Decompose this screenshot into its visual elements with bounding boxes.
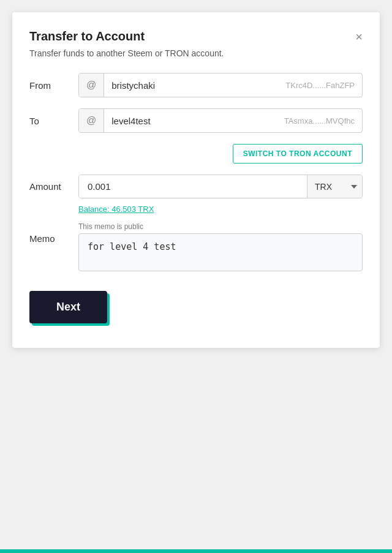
from-address-hint: TKrc4D......FahZFP [278,75,362,96]
to-at-symbol: @ [79,109,104,132]
to-input-group: @ TAsmxa......MVQfhc [78,108,363,133]
bottom-bar-decoration [0,549,392,553]
amount-label: Amount [29,181,78,192]
next-button-container: Next [29,291,107,323]
from-row: From @ TKrc4D......FahZFP [29,73,363,97]
amount-row: Amount TRX STEEM SBD [29,175,363,198]
from-label: From [29,80,78,91]
from-account-input[interactable] [104,74,278,97]
memo-public-note: This memo is public [78,222,363,231]
modal-title: Transfer to Account [29,29,145,43]
switch-row: SWITCH TO TRON ACCOUNT [29,144,363,164]
to-account-input[interactable] [104,110,276,132]
currency-select[interactable]: TRX STEEM SBD [307,175,362,198]
close-button[interactable]: × [355,31,363,43]
to-address-hint: TAsmxa......MVQfhc [277,110,362,132]
modal-header: Transfer to Account × [29,29,363,43]
from-input-group: @ TKrc4D......FahZFP [78,73,363,97]
amount-input-group: TRX STEEM SBD [78,175,363,198]
transfer-modal: Transfer to Account × Transfer funds to … [12,12,380,348]
modal-subtitle: Transfer funds to another Steem or TRON … [29,48,363,58]
memo-row: Memo for level 4 test [29,233,363,271]
next-button[interactable]: Next [29,291,107,323]
memo-label: Memo [29,233,78,244]
balance-link[interactable]: Balance: 46.503 TRX [78,205,154,214]
to-label: To [29,116,78,126]
amount-input[interactable] [79,175,307,198]
to-row: To @ TAsmxa......MVQfhc [29,108,363,133]
memo-input[interactable]: for level 4 test [78,233,363,271]
switch-to-tron-button[interactable]: SWITCH TO TRON ACCOUNT [233,144,363,164]
from-at-symbol: @ [79,73,104,97]
